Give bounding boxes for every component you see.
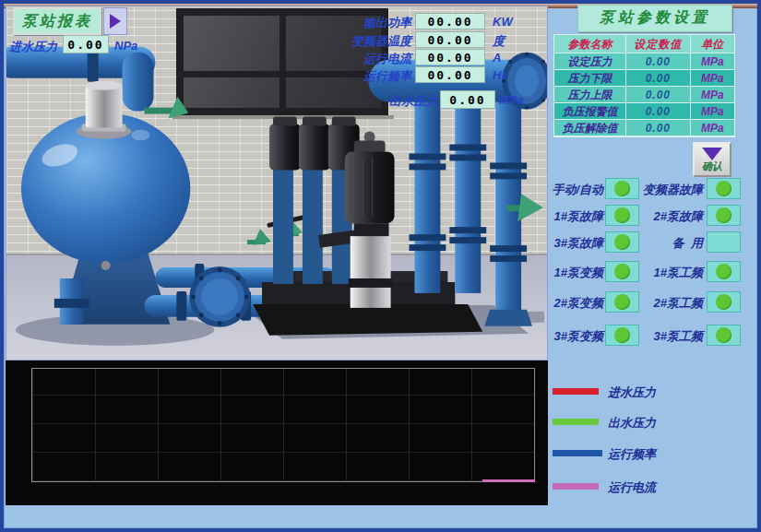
measurement-row: 运行频率 00.00 Hz	[304, 66, 544, 83]
param-value-field[interactable]: 0.00	[626, 120, 690, 136]
status-row: 3#泵变频 3#泵工频	[544, 325, 743, 346]
status-label-pump1-mains: 1#泵工频	[633, 265, 703, 281]
legend-item: 出水压力	[553, 415, 757, 429]
inlet-pressure-unit: NPa	[114, 39, 137, 53]
header-set-value: 设定数值	[626, 35, 690, 53]
legend-item: 运行电流	[553, 479, 757, 493]
run-current-unit: A	[493, 51, 501, 65]
status-lamp	[614, 181, 630, 196]
current-trace-line	[482, 479, 535, 482]
status-label-pump2-vfd: 2#泵变频	[544, 295, 603, 312]
run-current-value: 00.00	[415, 49, 485, 65]
param-unit: MPa	[691, 87, 735, 103]
status-row: 1#泵故障 2#泵故障	[544, 205, 743, 226]
status-lamp-box	[707, 231, 741, 253]
param-unit: MPa	[691, 53, 735, 70]
status-label-pump2-mains: 2#泵工频	[633, 295, 703, 312]
status-lamp	[614, 234, 630, 250]
run-frequency-value: 00.00	[415, 66, 485, 83]
measurement-row: 输出功率 00.00 KW	[304, 13, 544, 30]
output-power-value: 00.00	[415, 13, 485, 30]
outlet-pressure-unit: MPa	[499, 93, 524, 107]
legend-label: 出水压力	[608, 415, 656, 432]
param-value-field[interactable]: 0.00	[626, 103, 690, 120]
status-lamp	[614, 207, 630, 223]
header-unit: 单位	[691, 35, 735, 53]
outlet-pressure-value: 0.00	[440, 90, 495, 109]
status-lamp	[614, 264, 630, 279]
status-row: 1#泵变频 1#泵工频	[544, 261, 743, 282]
trend-chart	[6, 361, 548, 505]
param-unit: MPa	[691, 103, 735, 120]
report-button-label[interactable]: 泵站报表	[13, 7, 101, 35]
param-name: 压力下限	[554, 70, 626, 87]
param-unit: MPa	[691, 70, 735, 87]
report-button[interactable]: 泵站报表	[13, 7, 127, 35]
output-power-unit: KW	[493, 15, 513, 29]
confirm-button[interactable]: 确认	[693, 142, 731, 177]
param-value-field[interactable]: 0.00	[626, 70, 690, 87]
measurement-row: 运行电流 00.00 A	[304, 49, 544, 65]
table-row: 设定压力 0.00 MPa	[554, 53, 734, 70]
param-value-field[interactable]: 0.00	[626, 87, 690, 103]
status-lamp	[614, 294, 630, 310]
pump-station-hmi-screen: 泵站报表 进水压力 0.00 NPa 输出功率 00.00 KW 变频器温度 0…	[0, 0, 761, 532]
status-label-pump3-fault: 3#泵故障	[544, 235, 603, 252]
status-label-pump3-mains: 3#泵工频	[633, 328, 703, 345]
inverter-temp-unit: 度	[493, 33, 505, 50]
status-lamp	[716, 294, 731, 310]
legend-swatch-outlet-pressure	[553, 419, 599, 425]
settings-panel-title: 泵站参数设置	[577, 5, 732, 32]
status-lamp	[716, 264, 731, 279]
status-row: 手动/自动 变频器故障	[544, 178, 743, 199]
settings-table: 参数名称 设定数值 单位 设定压力 0.00 MPa 压力下限 0.00 MPa…	[553, 34, 735, 137]
settings-table-header: 参数名称 设定数值 单位	[554, 35, 734, 53]
play-icon[interactable]	[103, 7, 127, 35]
trend-plot-area	[31, 368, 535, 482]
pressure-tank	[21, 81, 190, 325]
status-lamp-box	[707, 291, 741, 313]
inlet-pressure-value: 0.00	[63, 35, 109, 53]
legend-label: 运行频率	[608, 446, 656, 463]
output-power-label: 输出功率	[304, 15, 411, 31]
legend-label: 运行电流	[608, 479, 656, 496]
confirm-triangle-icon	[702, 148, 722, 160]
status-lamp-box	[707, 261, 741, 282]
status-lamp	[716, 327, 731, 343]
table-row: 压力上限 0.00 MPa	[554, 87, 734, 103]
legend-swatch-run-frequency	[553, 450, 602, 456]
inverter-temp-value: 00.00	[415, 31, 485, 48]
run-current-label: 运行电流	[304, 51, 411, 67]
status-label-pump1-fault: 1#泵故障	[544, 208, 603, 225]
run-frequency-label: 运行频率	[304, 68, 411, 85]
status-row: 2#泵变频 2#泵工频	[544, 291, 743, 313]
legend-label: 进水压力	[608, 384, 656, 401]
legend-swatch-inlet-pressure	[553, 388, 599, 395]
param-name: 压力上限	[554, 87, 626, 103]
param-unit: MPa	[691, 120, 735, 136]
legend-item: 运行频率	[553, 446, 757, 460]
status-row: 3#泵故障 备 用	[544, 231, 743, 253]
status-lamp	[716, 207, 731, 223]
status-label-pump1-vfd: 1#泵变频	[544, 265, 603, 281]
inlet-pressure-label: 进水压力	[9, 39, 57, 55]
header-param-name: 参数名称	[554, 35, 626, 53]
status-label-inverter-fault: 变频器故障	[633, 182, 703, 198]
confirm-button-label: 确认	[702, 161, 722, 171]
param-name: 设定压力	[554, 53, 626, 70]
status-lamp-box	[707, 178, 741, 199]
legend-swatch-run-current	[553, 483, 599, 490]
inverter-temp-label: 变频器温度	[304, 33, 411, 50]
table-row: 负压解除值 0.00 MPa	[554, 120, 734, 136]
status-lamp-box	[707, 325, 741, 346]
measurement-row: 变频器温度 00.00 度	[304, 31, 544, 48]
legend-item: 进水压力	[553, 384, 757, 398]
param-name: 负压解除值	[554, 120, 626, 136]
status-label-manual-auto: 手动/自动	[544, 182, 603, 198]
status-label-spare: 备 用	[633, 235, 703, 252]
param-value-field[interactable]: 0.00	[626, 53, 690, 70]
status-label-pump3-vfd: 3#泵变频	[544, 328, 603, 345]
run-frequency-unit: Hz	[493, 68, 507, 82]
status-lamp	[614, 327, 630, 343]
status-label-pump2-fault: 2#泵故障	[633, 208, 703, 225]
